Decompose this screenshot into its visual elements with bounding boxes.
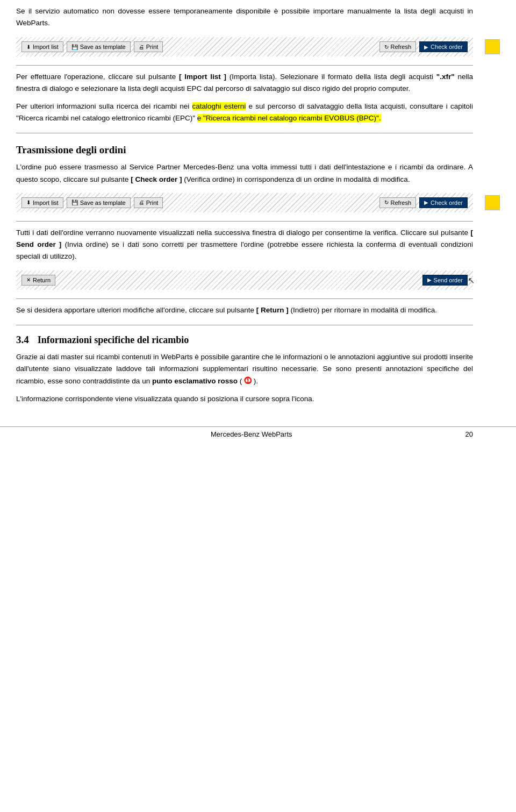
import-icon-2: ⬇	[26, 200, 31, 205]
toolbar3-wrapper: ✕ Return ▶ Send order ↖	[16, 270, 473, 290]
grazie-last-para: L'informazione corrispondente viene visu…	[16, 393, 473, 405]
cataloghi-para: Per ulteriori informazioni sulla ricerca…	[16, 101, 473, 125]
section34-heading: Informazioni specifiche del ricambio	[38, 334, 189, 346]
refresh-icon-1: ↻	[384, 44, 389, 50]
toolbar2-wrapper: ⬇ Import list 💾 Save as template 🖨 Print…	[16, 193, 473, 212]
import-list-para: Per effettuare l'operazione, cliccare su…	[16, 71, 473, 95]
print-icon-1: 🖨	[139, 44, 144, 50]
check-order-btn-1[interactable]: ▶ Check order	[419, 41, 468, 52]
toolbar3: ✕ Return ▶ Send order ↖	[16, 270, 473, 290]
footer: Mercedes-Benz WebParts 20	[0, 426, 516, 441]
send-order-icon: ▶	[427, 277, 432, 283]
import-list-btn-1[interactable]: ⬇ Import list	[22, 41, 63, 52]
save-icon-2: 💾	[71, 200, 78, 205]
cursor-icon: ↖	[468, 275, 475, 285]
import-list-btn-2[interactable]: ⬇ Import list	[22, 197, 63, 208]
toolbar2: ⬇ Import list 💾 Save as template 🖨 Print…	[16, 193, 473, 212]
check-order-icon-2: ▶	[424, 200, 428, 205]
save-as-template-btn-2[interactable]: 💾 Save as template	[67, 197, 131, 208]
section34-heading-row: 3.4 Informazioni specifiche del ricambio	[16, 334, 473, 346]
yellow-indicator-1	[485, 39, 500, 54]
print-btn-1[interactable]: 🖨 Print	[134, 41, 163, 52]
trasmissione-para: L'ordine può essere trasmesso al Service…	[16, 161, 473, 186]
save-as-template-btn-1[interactable]: 💾 Save as template	[67, 41, 131, 52]
return-icon: ✕	[26, 277, 31, 283]
return-btn[interactable]: ✕ Return	[22, 275, 55, 286]
send-order-btn[interactable]: ▶ Send order ↖	[422, 275, 468, 286]
yellow-indicator-2	[485, 195, 500, 210]
divider-5	[16, 325, 473, 325]
print-icon-2: 🖨	[139, 200, 144, 205]
exclamation-icon: ⓵	[244, 376, 252, 385]
toolbar1: ⬇ Import list 💾 Save as template 🖨 Print…	[16, 37, 473, 56]
refresh-btn-2[interactable]: ↻ Refresh	[379, 197, 417, 208]
check-order-icon-1: ▶	[424, 44, 428, 50]
refresh-btn-1[interactable]: ↻ Refresh	[379, 41, 417, 52]
return-para: Se si desidera apportare ulteriori modif…	[16, 304, 473, 316]
divider-1	[16, 65, 473, 66]
divider-2	[16, 133, 473, 133]
check-order-btn-2[interactable]: ▶ Check order	[419, 197, 468, 208]
trasmissione-heading: Trasmissione degli ordini	[16, 144, 473, 156]
save-icon-1: 💾	[71, 44, 78, 50]
toolbar1-wrapper: ⬇ Import list 💾 Save as template 🖨 Print…	[16, 37, 473, 56]
footer-brand: Mercedes-Benz WebParts	[38, 430, 465, 438]
tutti-dati-para: Tutti i dati dell'ordine verranno nuovam…	[16, 227, 473, 263]
footer-page-number: 20	[465, 430, 473, 438]
refresh-icon-2: ↻	[384, 200, 389, 205]
divider-3	[16, 221, 473, 222]
grazie-para: Grazie ai dati master sui ricambi conten…	[16, 351, 473, 388]
divider-4	[16, 298, 473, 299]
intro-paragraph: Se il servizio automatico non dovesse es…	[16, 5, 473, 29]
import-icon-1: ⬇	[26, 44, 31, 50]
print-btn-2[interactable]: 🖨 Print	[134, 197, 163, 208]
